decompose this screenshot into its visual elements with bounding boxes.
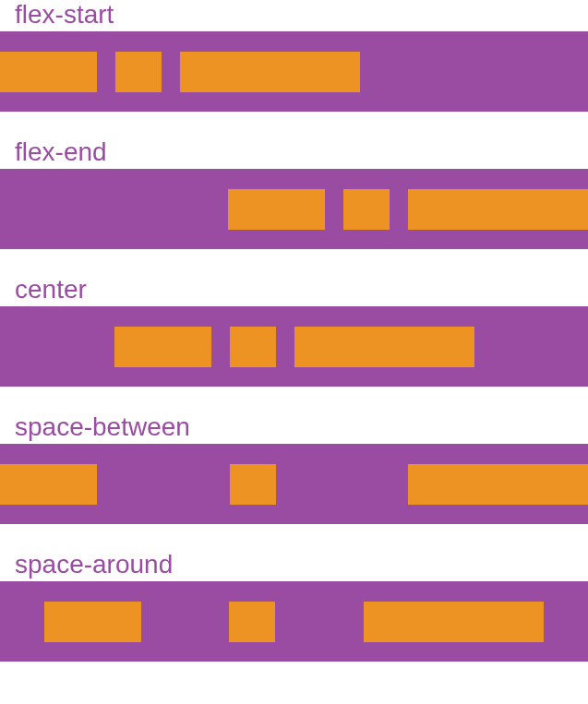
label-center: center	[0, 275, 588, 306]
label-space-around: space-around	[0, 550, 588, 581]
container-center	[0, 306, 588, 387]
flex-item	[230, 464, 276, 505]
flex-item	[230, 327, 276, 367]
label-space-between: space-between	[0, 412, 588, 444]
flex-item	[0, 464, 97, 505]
container-flex-start	[0, 31, 588, 112]
label-flex-start: flex-start	[0, 0, 588, 31]
flex-item	[408, 189, 588, 230]
flex-item	[228, 189, 325, 230]
section-center: center	[0, 275, 588, 387]
section-flex-end: flex-end	[0, 137, 588, 249]
label-flex-end: flex-end	[0, 137, 588, 169]
flex-item	[115, 52, 162, 92]
flex-item	[343, 189, 390, 230]
container-space-around	[0, 581, 588, 662]
flex-item	[408, 464, 588, 505]
section-space-between: space-between	[0, 412, 588, 524]
flex-item	[294, 327, 474, 367]
flex-item	[364, 602, 544, 642]
flex-item	[229, 602, 275, 642]
flex-item	[0, 52, 97, 92]
container-space-between	[0, 444, 588, 524]
flex-item	[180, 52, 360, 92]
container-flex-end	[0, 169, 588, 249]
section-flex-start: flex-start	[0, 0, 588, 112]
flex-item	[44, 602, 141, 642]
section-space-around: space-around	[0, 550, 588, 662]
flex-item	[114, 327, 211, 367]
